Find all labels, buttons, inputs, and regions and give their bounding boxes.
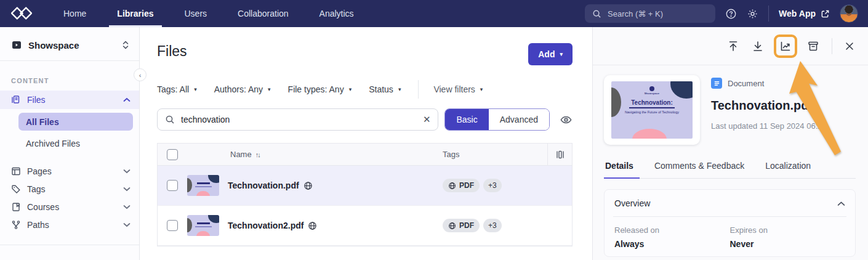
pages-icon — [11, 166, 21, 176]
file-name: Technovation2.pdf — [228, 221, 303, 230]
archive-icon[interactable] — [807, 40, 819, 52]
clear-search-icon[interactable]: ✕ — [423, 114, 431, 125]
column-header-name[interactable]: Name — [230, 150, 252, 159]
thumbnail-rule — [629, 107, 675, 108]
page-title: Files — [157, 43, 187, 60]
sidebar-item-archived-files[interactable]: Archived Files — [18, 134, 133, 152]
file-type-badge: PDF — [443, 179, 480, 192]
column-settings-button[interactable] — [547, 144, 572, 165]
close-panel-icon[interactable] — [845, 41, 854, 51]
analytics-chart-icon[interactable] — [779, 40, 792, 52]
files-table: Name ↑↓ Tags Technovation.pdf PDF — [157, 143, 573, 246]
detail-panel: Showspace Technovation: Navigating the F… — [592, 27, 868, 260]
sidebar-subitem-label: All Files — [26, 117, 59, 127]
badge-label: PDF — [459, 221, 474, 230]
sidebar-item-label: Courses — [27, 202, 59, 212]
web-globe-icon — [448, 222, 456, 230]
advanced-toggle-button[interactable]: Advanced — [489, 109, 549, 130]
caret-down-icon: ▾ — [349, 86, 352, 92]
sidebar-collapse-button[interactable]: ‹ — [134, 68, 147, 81]
row-checkbox[interactable] — [167, 220, 178, 231]
filter-label: View filters — [433, 84, 475, 94]
caret-down-icon: ▾ — [398, 86, 401, 92]
nav-item-libraries[interactable]: Libraries — [102, 0, 169, 27]
course-icon — [11, 202, 21, 212]
sidebar-item-tags[interactable]: Tags — [0, 180, 139, 198]
nav-item-users[interactable]: Users — [169, 0, 223, 27]
sidebar-item-label: Paths — [27, 220, 49, 230]
user-avatar[interactable] — [840, 4, 858, 23]
row-checkbox[interactable] — [167, 180, 178, 191]
table-header-row: Name ↑↓ Tags — [158, 144, 572, 166]
sort-icon[interactable]: ↑↓ — [255, 151, 260, 158]
sidebar-item-files[interactable]: Files — [0, 91, 139, 109]
toggle-label: Advanced — [500, 115, 538, 124]
select-all-checkbox[interactable] — [167, 149, 178, 160]
download-icon[interactable] — [752, 40, 764, 52]
expires-on-value: Never — [730, 239, 846, 249]
basic-toggle-button[interactable]: Basic — [445, 109, 488, 130]
sidebar-item-pages[interactable]: Pages — [0, 162, 139, 180]
document-thumbnail-card[interactable]: Showspace Technovation: Navigating the F… — [604, 75, 700, 145]
global-search-input[interactable]: Search (⌘ + K) — [585, 4, 715, 23]
sidebar: Showspace ‹ CONTENT Files All Files Arch… — [0, 27, 140, 260]
help-icon[interactable] — [725, 8, 737, 20]
add-button[interactable]: Add ▾ — [528, 43, 573, 65]
preview-eye-icon[interactable] — [560, 113, 573, 126]
web-app-link[interactable]: Web App — [779, 9, 830, 18]
table-row[interactable]: Technovation.pdf PDF +3 — [158, 166, 572, 206]
thumbnail-subtitle: Navigating the Future of Technology — [611, 110, 693, 114]
tab-details[interactable]: Details — [605, 161, 633, 178]
thumbnail-title: Technovation: — [611, 99, 693, 106]
sidebar-item-all-files[interactable]: All Files — [18, 113, 133, 131]
publish-upload-icon[interactable] — [727, 40, 739, 52]
view-filters-button[interactable]: View filters▾ — [433, 84, 483, 94]
overview-title: Overview — [614, 198, 650, 208]
nav-item-home[interactable]: Home — [48, 0, 102, 27]
table-row[interactable]: Technovation2.pdf PDF +3 — [158, 206, 572, 246]
filter-tags[interactable]: Tags: All▾ — [157, 84, 197, 94]
chevron-up-icon[interactable] — [837, 201, 845, 206]
filter-label: Authors: Any — [214, 84, 263, 94]
caret-down-icon: ▾ — [480, 86, 483, 92]
more-tags-badge[interactable]: +3 — [483, 219, 502, 232]
nav-item-collaboration[interactable]: Collaboration — [222, 0, 304, 27]
settings-gear-icon[interactable] — [747, 8, 758, 20]
filter-label: Tags: All — [157, 84, 189, 94]
chevron-down-icon — [123, 187, 131, 192]
file-thumbnail — [187, 175, 219, 196]
tab-comments-feedback[interactable]: Comments & Feedback — [654, 161, 744, 178]
workspace-switcher[interactable]: Showspace — [0, 27, 139, 60]
panel-file-title: Technovation.pdf — [711, 99, 827, 113]
more-tags-badge[interactable]: +3 — [483, 179, 502, 192]
caret-down-icon: ▾ — [560, 51, 563, 57]
filter-status[interactable]: Status▾ — [369, 84, 401, 94]
files-search-input[interactable] — [181, 115, 417, 124]
chevron-down-icon — [123, 205, 131, 209]
workspace-icon — [11, 39, 22, 51]
sidebar-item-paths[interactable]: Paths — [0, 216, 139, 234]
filter-label: File types: Any — [288, 84, 344, 94]
column-header-tags: Tags — [443, 150, 459, 159]
annotation-highlight-box — [774, 35, 797, 58]
document-type-label: Document — [728, 79, 764, 88]
filter-label: Status — [369, 84, 393, 94]
globe-icon — [303, 181, 313, 190]
tab-label: Localization — [765, 161, 811, 171]
tab-localization[interactable]: Localization — [765, 161, 811, 178]
caret-down-icon: ▾ — [268, 86, 271, 92]
filters-row: Tags: All▾ Authors: Any▾ File types: Any… — [157, 80, 573, 99]
add-button-label: Add — [538, 49, 555, 59]
badge-label: +3 — [488, 221, 497, 230]
sidebar-item-courses[interactable]: Courses — [0, 198, 139, 216]
chevron-down-icon — [123, 222, 131, 227]
caret-down-icon: ▾ — [194, 86, 197, 92]
filter-file-types[interactable]: File types: Any▾ — [288, 84, 352, 94]
nav-item-analytics[interactable]: Analytics — [304, 0, 369, 27]
chevron-up-icon — [123, 97, 131, 102]
workspace-name: Showspace — [28, 40, 116, 51]
filter-authors[interactable]: Authors: Any▾ — [214, 84, 271, 94]
badge-label: +3 — [488, 181, 497, 190]
search-icon — [592, 9, 601, 18]
sidebar-bottom-divider — [0, 245, 139, 245]
